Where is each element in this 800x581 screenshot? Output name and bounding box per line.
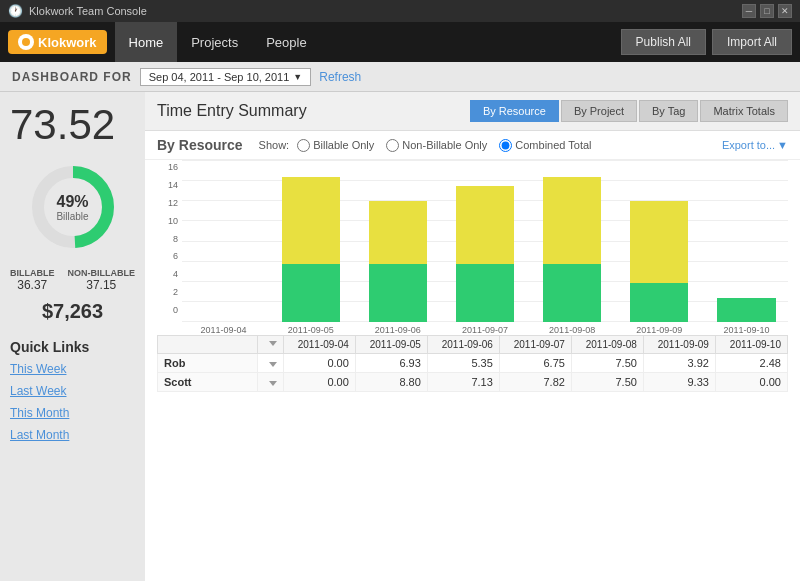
col-header-0904: 2011-09-04 — [283, 336, 355, 354]
col-header-sort — [258, 336, 284, 354]
radio-non-billable-only[interactable]: Non-Billable Only — [386, 139, 487, 152]
bar-yellow — [630, 201, 688, 283]
radio-combined-input[interactable] — [499, 139, 512, 152]
bar-group — [618, 160, 701, 322]
radio-non-billable-label: Non-Billable Only — [402, 139, 487, 151]
radio-combined-label: Combined Total — [515, 139, 591, 151]
by-resource-title: By Resource — [157, 137, 243, 153]
bar-group — [269, 160, 352, 322]
x-label: 2011-09-05 — [269, 325, 352, 335]
x-label: 2011-09-10 — [705, 325, 788, 335]
table-cell-value: 7.50 — [571, 373, 643, 392]
show-label: Show: — [259, 139, 290, 151]
nav-projects[interactable]: Projects — [177, 22, 252, 62]
minimize-button[interactable]: ─ — [742, 4, 756, 18]
col-header-0909: 2011-09-09 — [643, 336, 715, 354]
tab-by-project[interactable]: By Project — [561, 100, 637, 122]
nav-bar: Klokwork Home Projects People Publish Al… — [0, 22, 800, 62]
donut-chart: 49% Billable — [28, 162, 118, 252]
chart-area: 16 14 12 10 8 6 4 2 0 — [145, 160, 800, 581]
sidebar: 73.52 49% Billable BILLABLE 36 — [0, 92, 145, 581]
logo-text: Klokwork — [38, 35, 97, 50]
col-header-0905: 2011-09-05 — [355, 336, 427, 354]
data-table: 2011-09-04 2011-09-05 2011-09-06 2011-09… — [157, 335, 788, 392]
nav-home[interactable]: Home — [115, 22, 178, 62]
export-button[interactable]: Export to... ▼ — [722, 139, 788, 151]
x-label: 2011-09-09 — [618, 325, 701, 335]
summary-title: Time Entry Summary — [157, 102, 307, 120]
radio-billable-input[interactable] — [297, 139, 310, 152]
bars-wrapper — [182, 160, 788, 322]
title-bar: 🕐 Klokwork Team Console ─ □ ✕ — [0, 0, 800, 22]
radio-billable-only[interactable]: Billable Only — [297, 139, 374, 152]
x-label: 2011-09-07 — [443, 325, 526, 335]
tab-group: By Resource By Project By Tag Matrix Tot… — [470, 100, 788, 122]
billable-col: BILLABLE 36.37 — [10, 268, 55, 292]
col-header-0910: 2011-09-10 — [715, 336, 787, 354]
bar-green — [456, 264, 514, 322]
refresh-link[interactable]: Refresh — [319, 70, 361, 84]
tab-by-resource[interactable]: By Resource — [470, 100, 559, 122]
table-header-row: 2011-09-04 2011-09-05 2011-09-06 2011-09… — [158, 336, 788, 354]
non-billable-col: NON-BILLABLE 37.15 — [68, 268, 136, 292]
total-hours: 73.52 — [10, 104, 135, 146]
table-cell-value: 7.50 — [571, 354, 643, 373]
radio-group: Billable Only Non-Billable Only Combined… — [297, 139, 591, 152]
table-cell-value: 7.13 — [427, 373, 499, 392]
radio-billable-label: Billable Only — [313, 139, 374, 151]
radio-combined-total[interactable]: Combined Total — [499, 139, 591, 152]
quick-link-last-month[interactable]: Last Month — [10, 427, 135, 443]
export-dropdown-icon: ▼ — [777, 139, 788, 151]
bar-green — [630, 283, 688, 322]
col-header-0907: 2011-09-07 — [499, 336, 571, 354]
table-cell-value: 9.33 — [643, 373, 715, 392]
bars-area: 2011-09-042011-09-052011-09-062011-09-07… — [182, 160, 788, 335]
radio-non-billable-input[interactable] — [386, 139, 399, 152]
bar-green — [717, 298, 775, 322]
donut-chart-container: 49% Billable — [10, 162, 135, 252]
logo-icon — [18, 34, 34, 50]
import-all-button[interactable]: Import All — [712, 29, 792, 55]
table-cell-value: 0.00 — [283, 373, 355, 392]
table-cell-sort — [258, 373, 284, 392]
quick-link-this-month[interactable]: This Month — [10, 405, 135, 421]
bar-yellow — [543, 177, 601, 264]
table-row: Scott0.008.807.137.827.509.330.00 — [158, 373, 788, 392]
bar-green — [369, 264, 427, 322]
x-label: 2011-09-04 — [182, 325, 265, 335]
x-label: 2011-09-06 — [356, 325, 439, 335]
non-billable-heading: NON-BILLABLE — [68, 268, 136, 278]
date-range-value: Sep 04, 2011 - Sep 10, 2011 — [149, 71, 290, 83]
maximize-button[interactable]: □ — [760, 4, 774, 18]
bar-yellow — [282, 177, 340, 264]
table-cell-value: 7.82 — [499, 373, 571, 392]
quick-link-last-week[interactable]: Last Week — [10, 383, 135, 399]
col-header-0906: 2011-09-06 — [427, 336, 499, 354]
bar-chart: 16 14 12 10 8 6 4 2 0 — [157, 160, 788, 335]
quick-link-this-week[interactable]: This Week — [10, 361, 135, 377]
nav-people[interactable]: People — [252, 22, 320, 62]
app-title: Klokwork Team Console — [29, 5, 147, 17]
date-range-picker[interactable]: Sep 04, 2011 - Sep 10, 2011 ▼ — [140, 68, 312, 86]
chart-toolbar-left: By Resource Show: Billable Only Non-Bill… — [157, 137, 592, 153]
logo: Klokwork — [8, 30, 107, 54]
close-button[interactable]: ✕ — [778, 4, 792, 18]
tab-by-tag[interactable]: By Tag — [639, 100, 698, 122]
bar-group — [705, 160, 788, 322]
tab-matrix-totals[interactable]: Matrix Totals — [700, 100, 788, 122]
bar-group — [443, 160, 526, 322]
table-cell-name: Rob — [158, 354, 258, 373]
table-cell-value: 0.00 — [715, 373, 787, 392]
right-panel: Time Entry Summary By Resource By Projec… — [145, 92, 800, 581]
main-content: 73.52 49% Billable BILLABLE 36 — [0, 92, 800, 581]
dropdown-icon: ▼ — [293, 72, 302, 82]
export-label: Export to... — [722, 139, 775, 151]
table-cell-name: Scott — [158, 373, 258, 392]
bar-green — [282, 264, 340, 322]
billable-value: 36.37 — [17, 278, 47, 292]
bar-group — [182, 160, 265, 322]
dashboard-header: DASHBOARD FOR Sep 04, 2011 - Sep 10, 201… — [0, 62, 800, 92]
publish-all-button[interactable]: Publish All — [621, 29, 706, 55]
window-controls[interactable]: ─ □ ✕ — [742, 4, 792, 18]
table-cell-value: 6.93 — [355, 354, 427, 373]
